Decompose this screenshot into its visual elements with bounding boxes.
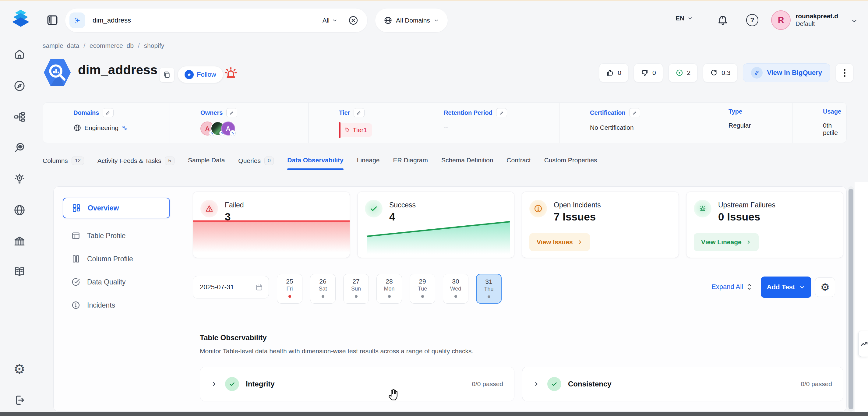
tab-lineage[interactable]: Lineage [357, 157, 380, 170]
bigquery-asset-icon [43, 58, 72, 87]
notifications-bell-icon[interactable] [716, 13, 729, 26]
metadata-usage: Usage 0th pctile [792, 103, 846, 143]
follow-button[interactable]: ★ Follow [178, 66, 223, 83]
logout-icon[interactable] [13, 394, 26, 406]
upvote-button[interactable]: 0 [599, 63, 628, 82]
subnav-overview[interactable]: Overview [63, 198, 170, 218]
tab-er-diagram[interactable]: ER Diagram [393, 157, 428, 170]
observability-content-panel: Overview Table Profile Column Profile Da… [53, 186, 847, 412]
glossary-book-icon[interactable] [13, 265, 26, 278]
governance-bank-icon[interactable] [13, 235, 26, 247]
status-dot [288, 295, 291, 298]
user-menu[interactable]: rounakpreet.d Default [796, 12, 838, 28]
global-search[interactable]: dim_address All [65, 8, 367, 32]
expand-all-button[interactable]: Expand All [711, 283, 752, 291]
scrollbar-thumb[interactable] [848, 189, 854, 409]
day-chip-25[interactable]: 25Fri [277, 274, 303, 303]
app-logo[interactable] [11, 8, 30, 29]
metadata-retention: Retention Period -- [413, 103, 559, 143]
help-icon[interactable]: ? [746, 14, 758, 26]
view-in-bigquery-button[interactable]: View in BigQuery [743, 63, 830, 82]
failed-card: Failed 3 [193, 192, 350, 258]
chevron-right-icon [577, 239, 583, 245]
table-icon [71, 231, 81, 240]
chevron-down-icon [434, 18, 439, 23]
settings-gear-icon[interactable]: ⚙ [13, 362, 25, 376]
observability-search-icon[interactable] [13, 142, 26, 154]
breadcrumb-item[interactable]: shopify [144, 42, 164, 49]
watchers-button[interactable]: 2 [669, 63, 698, 82]
subnav-incidents[interactable]: Incidents [63, 296, 170, 314]
dimension-integrity[interactable]: Integrity 0/0 passed [200, 367, 515, 402]
home-icon[interactable] [13, 48, 26, 60]
chevron-right-icon[interactable] [533, 381, 539, 387]
chevron-right-icon[interactable] [211, 381, 217, 387]
edit-owners-icon[interactable] [226, 108, 237, 117]
search-input[interactable]: dim_address [93, 17, 322, 24]
user-name: rounakpreet.d [796, 12, 838, 20]
tag-icon [344, 127, 350, 133]
edit-retention-icon[interactable] [496, 108, 507, 117]
user-menu-chevron-icon[interactable] [851, 18, 858, 24]
app-root: ⚙ dim_address All [0, 0, 868, 416]
tier-badge[interactable]: Tier1 [339, 122, 413, 138]
tab-data-observability[interactable]: Data Observability [287, 157, 343, 170]
view-issues-button[interactable]: View Issues [529, 233, 590, 251]
incident-alert-icon [529, 200, 547, 218]
owner-avatar[interactable]: A [221, 122, 235, 135]
more-actions-kebab-icon[interactable] [836, 63, 854, 82]
status-dot [421, 295, 424, 298]
user-avatar[interactable]: R [771, 10, 790, 30]
language-selector[interactable]: EN [676, 14, 693, 22]
clear-search-icon[interactable] [348, 15, 359, 26]
domain-filter-dropdown[interactable]: All Domains [375, 8, 448, 32]
breadcrumb: sample_data / ecommerce_db / shopify [43, 42, 164, 49]
observability-settings-gear-icon[interactable]: ⚙ [815, 278, 835, 297]
chevron-right-icon [746, 239, 751, 245]
tab-activity-feeds[interactable]: Activity Feeds & Tasks5 [97, 157, 175, 171]
view-lineage-button[interactable]: View Lineage [694, 233, 759, 251]
dimension-consistency[interactable]: Consistency 0/0 passed [522, 367, 843, 402]
day-chip-28[interactable]: 28Mon [376, 274, 402, 303]
day-chip-29[interactable]: 29Tue [410, 274, 435, 303]
compass-icon[interactable] [13, 80, 26, 92]
day-chip-30[interactable]: 30Wed [443, 274, 468, 303]
success-card: Success 4 [357, 192, 515, 258]
popularity-button[interactable]: 0.3 [703, 63, 737, 82]
sidebar-toggle-icon[interactable] [46, 13, 59, 27]
alert-siren-icon[interactable] [222, 65, 239, 82]
globe-icon[interactable] [13, 204, 26, 216]
subnav-data-quality[interactable]: Data Quality [63, 273, 170, 291]
tab-schema-definition[interactable]: Schema Definition [441, 157, 493, 170]
thumbs-up-icon [606, 69, 614, 77]
tab-sample-data[interactable]: Sample Data [188, 157, 225, 170]
tab-custom-properties[interactable]: Custom Properties [544, 157, 597, 170]
edit-certification-icon[interactable] [629, 108, 640, 117]
domain-value[interactable]: Engineering [73, 124, 169, 132]
tab-queries[interactable]: Queries0 [238, 157, 274, 171]
lineage-flyout-tab[interactable] [858, 331, 868, 357]
tab-contract[interactable]: Contract [506, 157, 531, 170]
bottom-bar [0, 412, 868, 416]
subnav-table-profile[interactable]: Table Profile [63, 227, 170, 245]
edit-tier-icon[interactable] [353, 108, 365, 117]
star-icon: ★ [185, 70, 194, 79]
downvote-button[interactable]: 0 [634, 63, 663, 82]
date-picker-input[interactable]: 2025-07-31 [193, 276, 269, 298]
add-test-button[interactable]: Add Test [761, 277, 811, 298]
workflow-icon[interactable] [13, 111, 26, 123]
insights-bulb-icon[interactable] [13, 173, 26, 185]
day-chip-27[interactable]: 27Sun [343, 274, 369, 303]
day-chip-31-selected[interactable]: 31Thu [476, 274, 502, 303]
copy-name-icon[interactable] [160, 68, 174, 82]
breadcrumb-item[interactable]: ecommerce_db [90, 42, 134, 49]
breadcrumb-item[interactable]: sample_data [43, 42, 79, 49]
search-scope-dropdown[interactable]: All [322, 17, 337, 24]
check-circle-icon [71, 278, 81, 287]
day-chip-26[interactable]: 26Sat [310, 274, 336, 303]
tab-columns[interactable]: Columns12 [43, 157, 84, 171]
top-accent-strip [0, 0, 868, 1]
subnav-column-profile[interactable]: Column Profile [63, 250, 170, 268]
edit-domains-icon[interactable] [103, 108, 114, 117]
warning-triangle-icon [200, 200, 218, 218]
